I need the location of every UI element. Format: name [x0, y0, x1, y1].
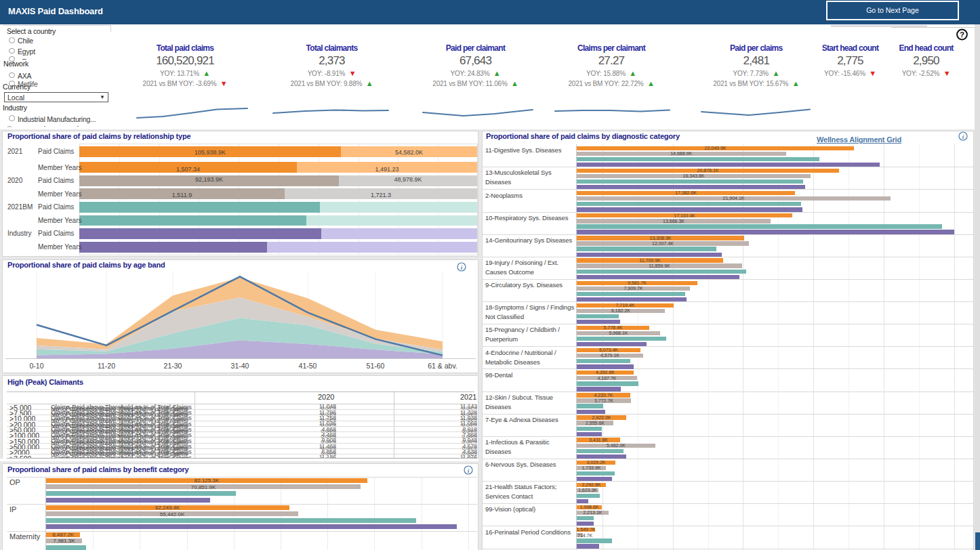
svg-text:i: i: [468, 467, 470, 474]
svg-text:i: i: [461, 264, 463, 271]
svg-text:i: i: [962, 133, 964, 140]
svg-text:?: ?: [960, 30, 964, 39]
